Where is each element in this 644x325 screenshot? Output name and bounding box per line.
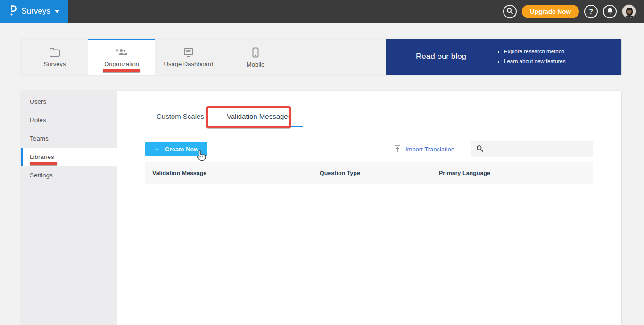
upgrade-now-button[interactable]: Upgrade Now (522, 5, 579, 18)
blog-bullet: Explore research method (504, 47, 565, 57)
import-translation-label: Import Translation (405, 146, 454, 153)
nav-tab-surveys[interactable]: Surveys (21, 39, 88, 75)
import-translation-link[interactable]: Import Translation (394, 145, 454, 154)
people-add-icon (115, 48, 128, 57)
nav-tab-label: Usage Dashboard (164, 60, 214, 67)
blog-banner-bullets: Explore research method Learn about new … (496, 47, 565, 67)
product-name: Surveys (21, 7, 50, 16)
toolbar: + Create New Import Translation (145, 141, 593, 157)
sidebar-item-label: Libraries (30, 153, 54, 160)
notifications-button[interactable] (603, 5, 617, 18)
annotation-underline-libraries (30, 162, 57, 165)
sidebar-item-label: Settings (30, 172, 53, 179)
create-new-button[interactable]: + Create New (145, 142, 207, 156)
validation-messages-table-header: Validation Message Question Type Primary… (145, 162, 593, 184)
tab-validation-messages[interactable]: Validation Messages (215, 108, 303, 127)
nav-tab-usage-dashboard[interactable]: Usage Dashboard (155, 39, 222, 75)
nav-tab-label: Organization (104, 60, 139, 67)
sidebar-item-label: Teams (30, 135, 49, 142)
sidebar-item-libraries[interactable]: Libraries (21, 148, 117, 166)
questionpro-logo-icon (9, 4, 17, 18)
search-input[interactable] (487, 141, 593, 157)
nav-tab-organization[interactable]: Organization (88, 39, 155, 75)
main-card: Users Roles Teams Libraries Settings Cus… (21, 91, 621, 325)
top-bar: Surveys Upgrade Now ? (0, 0, 644, 23)
column-header-validation-message: Validation Message (145, 170, 313, 176)
libraries-content: Custom Scales Validation Messages + Crea… (117, 91, 621, 325)
sidebar-item-users[interactable]: Users (21, 92, 117, 111)
primary-nav: Surveys Organization (21, 39, 621, 75)
table-search-box[interactable] (471, 141, 593, 157)
mobile-icon (252, 47, 259, 58)
create-new-label: Create New (165, 146, 198, 153)
read-our-blog-banner[interactable]: Read our blog Explore research method Le… (386, 39, 621, 75)
settings-sidebar: Users Roles Teams Libraries Settings (21, 91, 117, 325)
sidebar-item-label: Roles (30, 117, 46, 124)
column-header-question-type: Question Type (313, 170, 432, 176)
blog-bullet: Learn about new features (504, 57, 565, 67)
product-switcher[interactable]: Surveys (0, 0, 68, 23)
sidebar-item-teams[interactable]: Teams (21, 129, 117, 148)
search-button[interactable] (503, 5, 517, 18)
bell-icon (607, 7, 613, 16)
question-mark-icon: ? (589, 8, 593, 15)
libraries-tabs: Custom Scales Validation Messages (145, 108, 593, 127)
sidebar-item-settings[interactable]: Settings (21, 166, 117, 184)
tab-custom-scales[interactable]: Custom Scales (145, 108, 215, 127)
dashboard-icon (183, 48, 194, 57)
plus-icon: + (154, 144, 159, 153)
folder-icon (49, 48, 60, 57)
avatar[interactable] (622, 4, 636, 18)
help-button[interactable]: ? (584, 5, 598, 18)
blog-banner-title: Read our blog (386, 52, 496, 61)
annotation-underline-organization (103, 69, 140, 72)
search-icon (506, 8, 513, 16)
caret-down-icon (55, 10, 59, 13)
magnifier-icon (476, 145, 483, 154)
upload-icon (394, 145, 401, 154)
nav-tab-mobile[interactable]: Mobile (222, 39, 289, 75)
column-header-primary-language: Primary Language (432, 170, 593, 176)
sidebar-item-roles[interactable]: Roles (21, 111, 117, 129)
nav-tab-label: Surveys (44, 60, 66, 67)
sidebar-item-label: Users (30, 98, 46, 105)
nav-tab-label: Mobile (247, 61, 264, 68)
